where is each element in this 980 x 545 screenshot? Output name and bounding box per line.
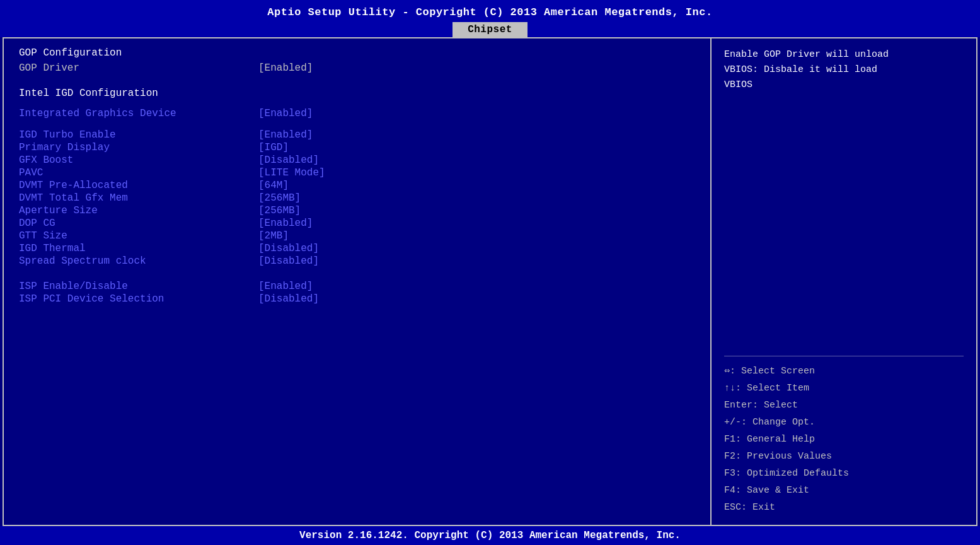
primary-display-label: Primary Display bbox=[19, 142, 258, 153]
igd-turbo-value: [Enabled] bbox=[258, 129, 313, 141]
spread-spectrum-label: Spread Spectrum clock bbox=[19, 255, 258, 267]
gfx-boost-label: GFX Boost bbox=[19, 155, 258, 166]
isp-pci-value: [Disabled] bbox=[258, 293, 319, 305]
footer-text: Version 2.16.1242. Copyright (C) 2013 Am… bbox=[299, 530, 681, 541]
right-panel: Enable GOP Driver will unload VBIOS: Dis… bbox=[712, 38, 976, 525]
nav-f3-defaults: F3: Optimized Defaults bbox=[724, 465, 964, 482]
aperture-value: [256MB] bbox=[258, 205, 301, 216]
dop-cg-row[interactable]: DOP CG [Enabled] bbox=[19, 218, 695, 229]
igd-section: Intel IGD Configuration Integrated Graph… bbox=[19, 88, 695, 267]
chipset-tab[interactable]: Chipset bbox=[453, 22, 527, 37]
pavc-row[interactable]: PAVC [LITE Mode] bbox=[19, 167, 695, 179]
help-text: Enable GOP Driver will unload VBIOS: Dis… bbox=[724, 47, 964, 93]
igd-thermal-label: IGD Thermal bbox=[19, 243, 258, 254]
help-line-3: VBIOS bbox=[724, 78, 964, 93]
gtt-size-row[interactable]: GTT Size [2MB] bbox=[19, 230, 695, 242]
dvmt-total-row[interactable]: DVMT Total Gfx Mem [256MB] bbox=[19, 192, 695, 204]
nav-change-opt: +/-: Change Opt. bbox=[724, 414, 964, 431]
aperture-row[interactable]: Aperture Size [256MB] bbox=[19, 205, 695, 216]
left-panel: GOP Configuration GOP Driver [Enabled] I… bbox=[4, 38, 712, 525]
pavc-value: [LITE Mode] bbox=[258, 167, 325, 179]
nav-f2-prev: F2: Previous Values bbox=[724, 448, 964, 465]
igd-turbo-label: IGD Turbo Enable bbox=[19, 129, 258, 141]
title-text: Aptio Setup Utility - Copyright (C) 2013… bbox=[0, 4, 980, 21]
igd-header: Intel IGD Configuration bbox=[19, 88, 695, 99]
pavc-label: PAVC bbox=[19, 167, 258, 179]
isp-pci-label: ISP PCI Device Selection bbox=[19, 293, 258, 305]
title-bar: Aptio Setup Utility - Copyright (C) 2013… bbox=[0, 0, 980, 37]
integrated-graphics-value: [Enabled] bbox=[258, 108, 313, 119]
gop-driver-label: GOP Driver bbox=[19, 62, 258, 74]
isp-pci-row[interactable]: ISP PCI Device Selection [Disabled] bbox=[19, 293, 695, 305]
dvmt-pre-value: [64M] bbox=[258, 180, 289, 191]
nav-select-item: ↑↓: Select Item bbox=[724, 380, 964, 397]
dop-cg-value: [Enabled] bbox=[258, 218, 313, 229]
nav-esc-exit: ESC: Exit bbox=[724, 499, 964, 516]
isp-section: ISP Enable/Disable [Enabled] ISP PCI Dev… bbox=[19, 281, 695, 305]
nav-f4-save: F4: Save & Exit bbox=[724, 482, 964, 499]
spread-spectrum-value: [Disabled] bbox=[258, 255, 319, 267]
footer: Version 2.16.1242. Copyright (C) 2013 Am… bbox=[0, 526, 980, 545]
dvmt-pre-label: DVMT Pre-Allocated bbox=[19, 180, 258, 191]
gtt-size-label: GTT Size bbox=[19, 230, 258, 242]
nav-f1-help: F1: General Help bbox=[724, 431, 964, 448]
gop-section: GOP Configuration GOP Driver [Enabled] bbox=[19, 47, 695, 74]
dvmt-total-value: [256MB] bbox=[258, 192, 301, 204]
primary-display-value: [IGD] bbox=[258, 142, 289, 153]
isp-enable-row[interactable]: ISP Enable/Disable [Enabled] bbox=[19, 281, 695, 292]
integrated-graphics-row[interactable]: Integrated Graphics Device [Enabled] bbox=[19, 108, 695, 119]
gop-header: GOP Configuration bbox=[19, 47, 695, 59]
gfx-boost-row[interactable]: GFX Boost [Disabled] bbox=[19, 155, 695, 166]
nav-enter-select: Enter: Select bbox=[724, 397, 964, 414]
gop-driver-value: [Enabled] bbox=[258, 62, 313, 74]
bios-screen: Aptio Setup Utility - Copyright (C) 2013… bbox=[0, 0, 980, 545]
spread-spectrum-row[interactable]: Spread Spectrum clock [Disabled] bbox=[19, 255, 695, 267]
dop-cg-label: DOP CG bbox=[19, 218, 258, 229]
dvmt-total-label: DVMT Total Gfx Mem bbox=[19, 192, 258, 204]
divider bbox=[724, 356, 964, 356]
isp-enable-value: [Enabled] bbox=[258, 281, 313, 292]
nav-keys: ⇔: Select Screen ↑↓: Select Item Enter: … bbox=[724, 363, 964, 516]
primary-display-row[interactable]: Primary Display [IGD] bbox=[19, 142, 695, 153]
tab-bar: Chipset bbox=[0, 22, 980, 37]
isp-enable-label: ISP Enable/Disable bbox=[19, 281, 258, 292]
gfx-boost-value: [Disabled] bbox=[258, 155, 319, 166]
igd-thermal-value: [Disabled] bbox=[258, 243, 319, 254]
aperture-label: Aperture Size bbox=[19, 205, 258, 216]
help-line-1: Enable GOP Driver will unload bbox=[724, 47, 964, 62]
igd-thermal-row[interactable]: IGD Thermal [Disabled] bbox=[19, 243, 695, 254]
gtt-size-value: [2MB] bbox=[258, 230, 289, 242]
gop-driver-row[interactable]: GOP Driver [Enabled] bbox=[19, 62, 695, 74]
integrated-graphics-label: Integrated Graphics Device bbox=[19, 108, 258, 119]
main-content: GOP Configuration GOP Driver [Enabled] I… bbox=[3, 37, 977, 526]
help-line-2: VBIOS: Disbale it will load bbox=[724, 62, 964, 78]
igd-turbo-row[interactable]: IGD Turbo Enable [Enabled] bbox=[19, 129, 695, 141]
dvmt-pre-row[interactable]: DVMT Pre-Allocated [64M] bbox=[19, 180, 695, 191]
nav-select-screen: ⇔: Select Screen bbox=[724, 363, 964, 380]
